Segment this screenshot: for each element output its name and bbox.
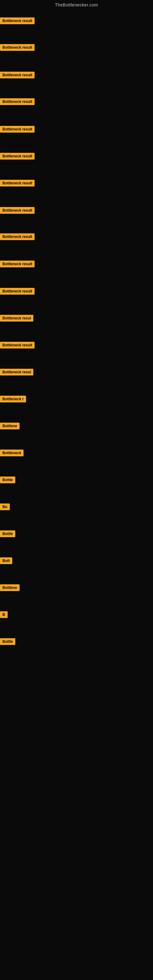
bottleneck-badge-17[interactable]: Bottle bbox=[0, 477, 15, 483]
bottleneck-badge-2[interactable]: Bottleneck result bbox=[0, 72, 35, 78]
bottleneck-badge-15[interactable]: Bottlene bbox=[0, 423, 19, 430]
bottleneck-result-item[interactable]: Bottleneck result bbox=[0, 180, 35, 188]
bottleneck-result-item[interactable]: Bottlene bbox=[0, 584, 19, 592]
bottleneck-badge-19[interactable]: Bottle bbox=[0, 530, 15, 537]
bottleneck-badge-8[interactable]: Bottleneck result bbox=[0, 233, 35, 240]
site-title-container: TheBottlenecker.com bbox=[0, 0, 153, 9]
bottleneck-result-item[interactable]: Bottle bbox=[0, 638, 15, 646]
bottleneck-badge-4[interactable]: Bottleneck result bbox=[0, 126, 35, 133]
bottleneck-result-item[interactable]: Bottleneck result bbox=[0, 72, 35, 80]
bottleneck-result-item[interactable]: Bottleneck result bbox=[0, 233, 35, 241]
bottleneck-badge-3[interactable]: Bottleneck result bbox=[0, 98, 35, 105]
bottleneck-badge-14[interactable]: Bottleneck r bbox=[0, 396, 26, 402]
bottleneck-result-item[interactable]: Bottle bbox=[0, 477, 15, 485]
bottleneck-result-item[interactable]: Bottleneck result bbox=[0, 153, 35, 161]
bottleneck-badge-0[interactable]: Bottleneck result bbox=[0, 18, 35, 24]
bottleneck-badge-9[interactable]: Bottleneck result bbox=[0, 261, 35, 267]
bottleneck-badge-23[interactable]: Bottle bbox=[0, 638, 15, 645]
bottleneck-badge-11[interactable]: Bottleneck resul bbox=[0, 315, 33, 321]
bottleneck-result-item[interactable]: Bottleneck result bbox=[0, 207, 35, 215]
bottleneck-result-item[interactable]: Bottleneck bbox=[0, 450, 24, 458]
bottleneck-badge-22[interactable]: B bbox=[0, 611, 8, 618]
bottleneck-result-item[interactable]: Bott bbox=[0, 557, 12, 565]
bottleneck-badge-13[interactable]: Bottleneck resul bbox=[0, 369, 33, 375]
bottleneck-badge-20[interactable]: Bott bbox=[0, 557, 12, 564]
bottleneck-badge-16[interactable]: Bottleneck bbox=[0, 450, 24, 456]
site-title: TheBottlenecker.com bbox=[0, 0, 153, 9]
bottleneck-badge-10[interactable]: Bottleneck result bbox=[0, 288, 35, 294]
bottleneck-badge-21[interactable]: Bottlene bbox=[0, 584, 19, 591]
bottleneck-badge-12[interactable]: Bottleneck result bbox=[0, 342, 35, 348]
bottleneck-result-item[interactable]: Bottle bbox=[0, 530, 15, 538]
bottleneck-result-item[interactable]: Bottleneck result bbox=[0, 342, 35, 350]
bottleneck-result-item[interactable]: Bottlene bbox=[0, 423, 19, 431]
bottleneck-result-item[interactable]: Bottleneck result bbox=[0, 288, 35, 296]
bottleneck-badge-7[interactable]: Bottleneck result bbox=[0, 207, 35, 214]
bottleneck-result-item[interactable]: Bottleneck result bbox=[0, 44, 35, 52]
bottleneck-result-item[interactable]: B bbox=[0, 611, 8, 619]
bottleneck-result-item[interactable]: Bottleneck r bbox=[0, 396, 26, 404]
bottleneck-result-item[interactable]: Bottleneck result bbox=[0, 18, 35, 25]
bottleneck-result-item[interactable]: Bottleneck resul bbox=[0, 369, 33, 377]
bottleneck-badge-18[interactable]: Bo bbox=[0, 503, 10, 510]
bottleneck-result-item[interactable]: Bottleneck result bbox=[0, 261, 35, 269]
bottleneck-result-item[interactable]: Bottleneck result bbox=[0, 126, 35, 134]
bottleneck-result-item[interactable]: Bottleneck resul bbox=[0, 315, 33, 323]
bottleneck-result-item[interactable]: Bottleneck result bbox=[0, 98, 35, 106]
bottleneck-badge-5[interactable]: Bottleneck result bbox=[0, 153, 35, 159]
bottleneck-result-item[interactable]: Bo bbox=[0, 503, 10, 511]
bottleneck-badge-6[interactable]: Bottleneck result bbox=[0, 180, 35, 186]
bottleneck-badge-1[interactable]: Bottleneck result bbox=[0, 44, 35, 51]
